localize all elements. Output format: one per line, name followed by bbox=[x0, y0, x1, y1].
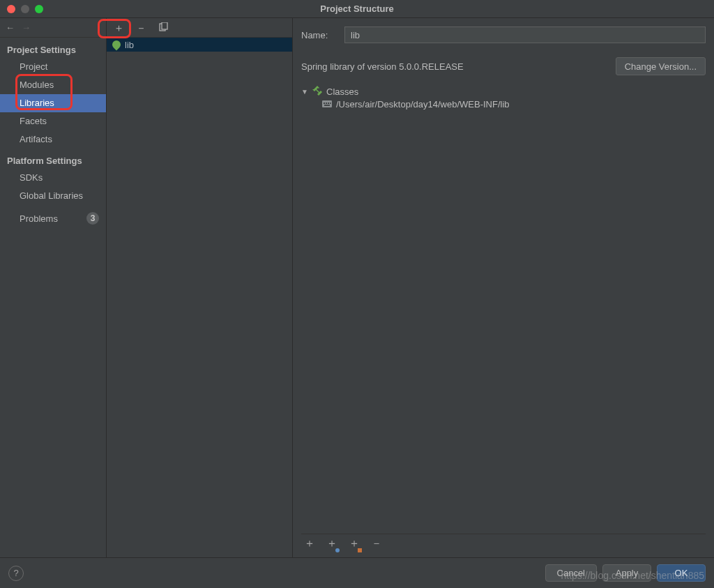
window-title: Project Structure bbox=[0, 3, 714, 14]
cancel-button[interactable]: Cancel bbox=[545, 564, 597, 582]
section-platform-settings: Platform Settings bbox=[0, 149, 106, 169]
add-root-exclude-icon[interactable]: ＋ bbox=[349, 536, 360, 551]
description-row: Spring library of version 5.0.0.RELEASE … bbox=[301, 57, 706, 75]
remove-library-icon[interactable]: － bbox=[136, 22, 146, 33]
breadcrumb-nav: ← → bbox=[0, 18, 106, 38]
library-list-panel: ＋ － lib bbox=[107, 18, 293, 557]
sidebar-item-artifacts[interactable]: Artifacts bbox=[0, 130, 106, 149]
classes-tree: ▼ Classes /Users/air/Desktop/day14/web/W… bbox=[301, 85, 706, 534]
remove-root-icon[interactable]: － bbox=[371, 536, 382, 551]
svg-rect-4 bbox=[326, 103, 327, 104]
forward-arrow-icon[interactable]: → bbox=[22, 22, 31, 33]
svg-rect-7 bbox=[324, 105, 330, 106]
svg-rect-6 bbox=[330, 103, 331, 104]
spring-leaf-icon bbox=[111, 39, 123, 51]
tree-node-path[interactable]: /Users/air/Desktop/day14/web/WEB-INF/lib bbox=[301, 98, 706, 110]
titlebar: Project Structure bbox=[0, 0, 714, 18]
sidebar-item-problems[interactable]: Problems 3 bbox=[0, 205, 106, 227]
window-controls bbox=[0, 5, 43, 13]
classes-label: Classes bbox=[326, 86, 358, 97]
svg-rect-1 bbox=[162, 22, 167, 29]
detail-bottom-toolbar: ＋ ＋ ＋ － bbox=[301, 534, 706, 553]
add-root-icon[interactable]: ＋ bbox=[304, 536, 315, 551]
sidebar-item-libraries[interactable]: Libraries bbox=[0, 94, 106, 112]
svg-rect-5 bbox=[328, 103, 329, 104]
help-button[interactable]: ? bbox=[8, 566, 24, 581]
library-toolbar: ＋ － bbox=[107, 18, 292, 38]
library-detail-panel: Name: Spring library of version 5.0.0.RE… bbox=[293, 18, 714, 557]
sidebar-item-facets[interactable]: Facets bbox=[0, 112, 106, 130]
tree-disclose-icon[interactable]: ▼ bbox=[301, 88, 308, 96]
library-item-lib[interactable]: lib bbox=[107, 38, 292, 52]
problems-count-badge: 3 bbox=[86, 212, 99, 225]
library-name-input[interactable] bbox=[344, 27, 706, 43]
back-arrow-icon[interactable]: ← bbox=[6, 22, 15, 33]
main-area: ← → Project Settings Project Modules Lib… bbox=[0, 18, 714, 557]
library-description: Spring library of version 5.0.0.RELEASE bbox=[301, 61, 464, 72]
sidebar-item-modules[interactable]: Modules bbox=[0, 76, 106, 94]
minimize-window-button[interactable] bbox=[21, 5, 29, 13]
add-library-icon[interactable]: ＋ bbox=[114, 22, 123, 33]
classes-path: /Users/air/Desktop/day14/web/WEB-INF/lib bbox=[336, 99, 510, 110]
sidebar-item-project[interactable]: Project bbox=[0, 58, 106, 76]
section-project-settings: Project Settings bbox=[0, 38, 106, 58]
folder-jar-icon bbox=[322, 98, 332, 110]
change-version-button[interactable]: Change Version... bbox=[616, 57, 706, 75]
add-root-web-icon[interactable]: ＋ bbox=[326, 536, 337, 551]
dialog-footer: ? Cancel Apply OK bbox=[0, 557, 714, 588]
close-window-button[interactable] bbox=[7, 5, 15, 13]
ok-button[interactable]: OK bbox=[657, 564, 706, 582]
classes-icon bbox=[312, 86, 322, 97]
copy-library-icon[interactable] bbox=[158, 22, 168, 33]
sidebar-item-global-libraries[interactable]: Global Libraries bbox=[0, 187, 106, 205]
maximize-window-button[interactable] bbox=[35, 5, 43, 13]
sidebar-item-sdks[interactable]: SDKs bbox=[0, 169, 106, 187]
sidebar: ← → Project Settings Project Modules Lib… bbox=[0, 18, 107, 557]
name-row: Name: bbox=[301, 27, 706, 43]
tree-node-classes[interactable]: ▼ Classes bbox=[301, 85, 706, 98]
library-item-label: lib bbox=[125, 40, 134, 50]
library-list: lib bbox=[107, 38, 292, 557]
name-label: Name: bbox=[301, 30, 336, 40]
apply-button[interactable]: Apply bbox=[602, 564, 651, 582]
svg-rect-3 bbox=[324, 103, 325, 104]
problems-label: Problems bbox=[20, 213, 58, 224]
